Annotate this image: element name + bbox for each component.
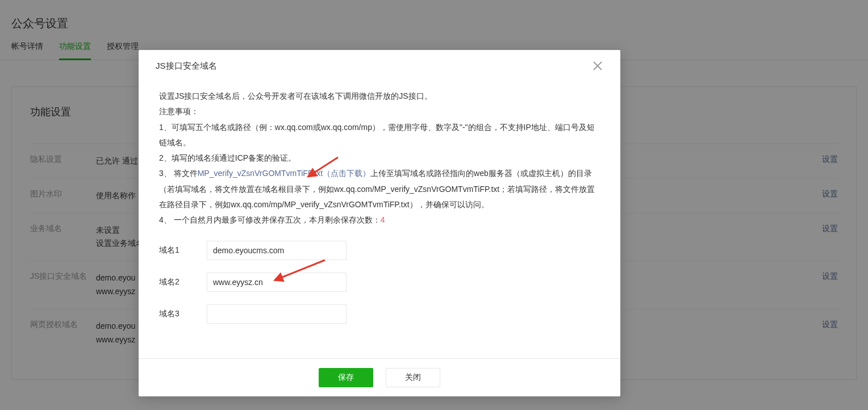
- domain-input-1[interactable]: [207, 241, 347, 260]
- notice-intro: 设置JS接口安全域名后，公众号开发者可在该域名下调用微信开放的JS接口。: [159, 89, 600, 104]
- dialog-notice: 设置JS接口安全域名后，公众号开发者可在该域名下调用微信开放的JS接口。 注意事…: [159, 89, 600, 228]
- notice-4a: 4、 一个自然月内最多可修改并保存五次，本月剩余保存次数：: [159, 215, 381, 224]
- domain-label: 域名3: [159, 309, 207, 319]
- dialog-footer: 保存 关闭: [139, 358, 620, 396]
- domain-form: 域名1 域名2 域名3: [159, 241, 600, 324]
- notice-3: 3、 将文件MP_verify_vZsnVrGOMTvmTiFP.txt（点击下…: [159, 166, 600, 212]
- domain-input-2[interactable]: [207, 273, 347, 292]
- domain-label: 域名2: [159, 277, 207, 287]
- notice-3a: 3、 将文件: [159, 169, 198, 178]
- domain-row-3: 域名3: [159, 304, 600, 324]
- domain-input-3[interactable]: [207, 304, 347, 324]
- domain-row-1: 域名1: [159, 241, 600, 260]
- notice-1: 1、可填写五个域名或路径（例：wx.qq.com或wx.qq.com/mp），需…: [159, 120, 600, 151]
- notice-2: 2、填写的域名须通过ICP备案的验证。: [159, 150, 600, 166]
- dialog-header: JS接口安全域名: [139, 50, 620, 82]
- save-button[interactable]: 保存: [319, 368, 373, 387]
- dialog-body: 设置JS接口安全域名后，公众号开发者可在该域名下调用微信开放的JS接口。 注意事…: [139, 82, 620, 358]
- dialog-js-domain: JS接口安全域名 设置JS接口安全域名后，公众号开发者可在该域名下调用微信开放的…: [139, 50, 620, 396]
- notice-4-count: 4: [381, 215, 385, 224]
- domain-label: 域名1: [159, 245, 207, 256]
- download-link[interactable]: MP_verify_vZsnVrGOMTvmTiFP.txt（点击下载）: [198, 169, 370, 178]
- close-icon[interactable]: [592, 60, 603, 72]
- notice-head: 注意事项：: [159, 104, 600, 119]
- dialog-title: JS接口安全域名: [156, 61, 217, 72]
- close-button[interactable]: 关闭: [386, 368, 440, 387]
- domain-row-2: 域名2: [159, 273, 600, 292]
- notice-4: 4、 一个自然月内最多可修改并保存五次，本月剩余保存次数：4: [159, 212, 600, 228]
